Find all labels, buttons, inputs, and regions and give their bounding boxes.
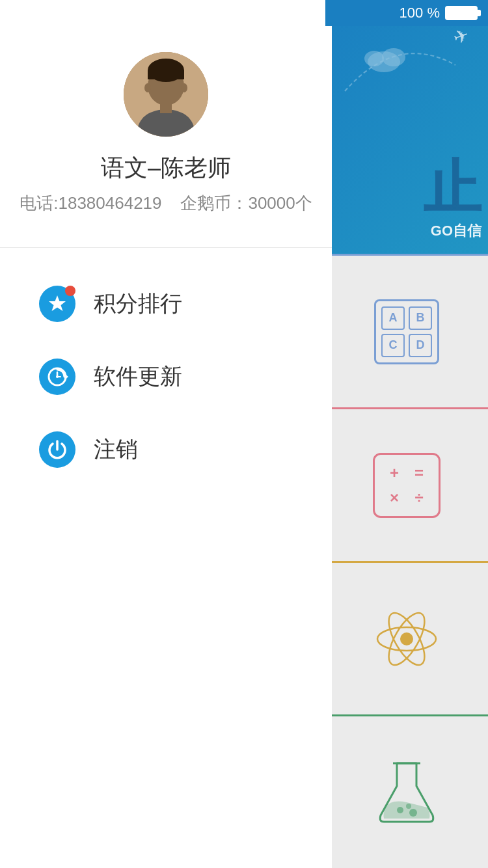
abcd-d: D xyxy=(409,334,432,357)
banner-slogan: GO自信 xyxy=(431,221,481,241)
flask-icon xyxy=(377,757,436,828)
profile-phone: 电话:18380464219 xyxy=(20,193,161,213)
svg-point-8 xyxy=(397,807,403,813)
profile-section: 语文–陈老师 电话:18380464219 企鹅币：30000个 xyxy=(0,0,332,241)
refresh-icon xyxy=(46,366,68,388)
battery-icon xyxy=(445,6,478,20)
abcd-grid-icon: A B C D xyxy=(374,299,439,364)
svg-point-10 xyxy=(406,804,411,809)
svg-point-3 xyxy=(400,632,413,645)
status-bar: 100 % xyxy=(325,0,488,26)
abcd-a: A xyxy=(381,306,405,330)
notification-dot xyxy=(65,286,75,296)
abcd-b: B xyxy=(409,306,432,330)
svg-point-18 xyxy=(181,83,187,92)
profile-info: 电话:18380464219 企鹅币：30000个 xyxy=(20,192,312,215)
avatar-image xyxy=(124,52,208,137)
subject-card-chinese[interactable]: A B C D xyxy=(325,254,488,407)
subject-card-math-inner: + = × ÷ xyxy=(360,433,454,537)
subject-card-chemistry[interactable] xyxy=(325,714,488,868)
svg-point-17 xyxy=(144,83,151,92)
svg-marker-19 xyxy=(49,295,66,311)
subject-card-math[interactable]: + = × ÷ xyxy=(325,407,488,561)
svg-point-1 xyxy=(382,48,405,66)
svg-point-9 xyxy=(409,809,417,817)
menu-label-update: 软件更新 xyxy=(94,362,182,392)
score-rank-icon-container xyxy=(39,286,75,322)
menu-list: 积分排行 软件更新 xyxy=(0,254,332,499)
main-banner: ✈ 止 GO自信 xyxy=(325,0,488,254)
math-divide: ÷ xyxy=(409,487,429,508)
svg-point-2 xyxy=(364,51,384,66)
update-icon-container xyxy=(39,359,75,395)
profile-name: 语文–陈老师 xyxy=(101,152,231,184)
math-times: × xyxy=(384,487,405,508)
abcd-c: C xyxy=(381,334,405,357)
atom-icon xyxy=(374,606,439,671)
menu-item-logout[interactable]: 注销 xyxy=(0,413,332,486)
battery-percent: 100 % xyxy=(400,5,440,21)
profile-coins: 企鹅币：30000个 xyxy=(180,193,312,213)
drawer: 语文–陈老师 电话:18380464219 企鹅币：30000个 积分排行 xyxy=(0,0,332,868)
subject-card-physics-inner xyxy=(361,587,452,691)
star-icon xyxy=(46,293,68,315)
svg-rect-16 xyxy=(160,103,172,113)
menu-item-update[interactable]: 软件更新 xyxy=(0,340,332,413)
menu-label-logout: 注销 xyxy=(94,435,138,465)
banner-decoration xyxy=(332,26,462,104)
menu-label-score-rank: 积分排行 xyxy=(94,289,182,319)
math-plus: + xyxy=(384,463,405,483)
logout-icon-container xyxy=(39,431,75,468)
math-icon: + = × ÷ xyxy=(373,453,441,518)
svg-rect-15 xyxy=(148,70,184,79)
power-icon xyxy=(46,439,68,461)
avatar xyxy=(124,52,208,137)
main-panel: ✈ 止 GO自信 A B C D + = × xyxy=(325,0,488,868)
subject-card-physics[interactable] xyxy=(325,561,488,714)
subject-card-chemistry-inner xyxy=(364,737,449,848)
profile-divider xyxy=(0,247,332,248)
subject-card-inner: A B C D xyxy=(361,280,452,384)
math-equals: = xyxy=(409,463,429,483)
menu-item-score-rank[interactable]: 积分排行 xyxy=(0,267,332,340)
banner-text: 止 xyxy=(423,148,481,228)
